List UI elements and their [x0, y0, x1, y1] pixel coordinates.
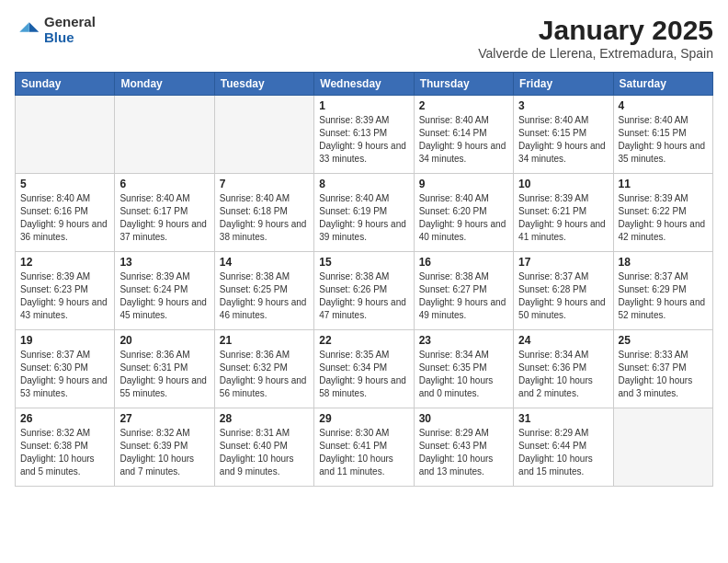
day-number: 6 [119, 178, 209, 190]
logo-text: General Blue [44, 15, 96, 45]
cell-info: Sunrise: 8:36 AMSunset: 6:32 PMDaylight:… [220, 349, 309, 400]
calendar-header-row: SundayMondayTuesdayWednesdayThursdayFrid… [16, 73, 713, 96]
cell-info: Sunrise: 8:39 AMSunset: 6:21 PMDaylight:… [518, 192, 608, 244]
calendar-cell [16, 96, 115, 174]
calendar-cell [214, 96, 313, 174]
day-number: 7 [220, 178, 309, 190]
calendar-cell [115, 96, 214, 174]
day-number: 29 [319, 412, 408, 425]
day-number: 26 [20, 412, 109, 425]
cell-info: Sunrise: 8:40 AMSunset: 6:15 PMDaylight:… [518, 114, 608, 166]
calendar-cell: 28Sunrise: 8:31 AMSunset: 6:40 PMDayligh… [214, 408, 313, 487]
svg-marker-0 [29, 22, 40, 32]
day-number: 9 [419, 178, 508, 190]
cell-info: Sunrise: 8:40 AMSunset: 6:17 PMDaylight:… [119, 192, 209, 244]
column-header-tuesday: Tuesday [214, 73, 313, 96]
day-number: 18 [619, 256, 708, 269]
cell-info: Sunrise: 8:37 AMSunset: 6:28 PMDaylight:… [518, 270, 608, 322]
day-number: 13 [119, 256, 209, 269]
column-header-wednesday: Wednesday [314, 73, 414, 96]
logo: General Blue [15, 15, 96, 45]
column-header-monday: Monday [115, 73, 214, 96]
calendar-cell: 12Sunrise: 8:39 AMSunset: 6:23 PMDayligh… [16, 252, 115, 330]
cell-info: Sunrise: 8:40 AMSunset: 6:15 PMDaylight:… [619, 114, 708, 166]
calendar-cell: 22Sunrise: 8:35 AMSunset: 6:34 PMDayligh… [314, 330, 414, 408]
calendar-week-row: 5Sunrise: 8:40 AMSunset: 6:16 PMDaylight… [16, 174, 713, 252]
day-number: 3 [518, 99, 608, 112]
column-header-sunday: Sunday [16, 73, 115, 96]
logo-icon [15, 17, 40, 43]
calendar-cell: 10Sunrise: 8:39 AMSunset: 6:21 PMDayligh… [514, 174, 613, 252]
calendar-cell: 31Sunrise: 8:29 AMSunset: 6:44 PMDayligh… [514, 408, 613, 487]
calendar-cell: 3Sunrise: 8:40 AMSunset: 6:15 PMDaylight… [514, 96, 613, 174]
calendar-table: SundayMondayTuesdayWednesdayThursdayFrid… [15, 72, 713, 487]
page-header: General Blue January 2025 Valverde de Ll… [15, 15, 713, 61]
day-number: 19 [20, 334, 109, 347]
cell-info: Sunrise: 8:35 AMSunset: 6:34 PMDaylight:… [319, 349, 408, 400]
day-number: 17 [518, 256, 608, 269]
day-number: 27 [119, 412, 209, 425]
day-number: 31 [518, 412, 608, 425]
cell-info: Sunrise: 8:36 AMSunset: 6:31 PMDaylight:… [119, 349, 209, 400]
svg-marker-1 [19, 22, 29, 32]
calendar-cell: 24Sunrise: 8:34 AMSunset: 6:36 PMDayligh… [514, 330, 613, 408]
cell-info: Sunrise: 8:29 AMSunset: 6:43 PMDaylight:… [419, 427, 508, 478]
cell-info: Sunrise: 8:40 AMSunset: 6:18 PMDaylight:… [220, 192, 309, 244]
cell-info: Sunrise: 8:33 AMSunset: 6:37 PMDaylight:… [619, 349, 708, 400]
cell-info: Sunrise: 8:30 AMSunset: 6:41 PMDaylight:… [319, 427, 408, 478]
calendar-cell: 20Sunrise: 8:36 AMSunset: 6:31 PMDayligh… [115, 330, 214, 408]
calendar-cell: 26Sunrise: 8:32 AMSunset: 6:38 PMDayligh… [16, 408, 115, 487]
cell-info: Sunrise: 8:40 AMSunset: 6:16 PMDaylight:… [20, 192, 109, 244]
calendar-week-row: 19Sunrise: 8:37 AMSunset: 6:30 PMDayligh… [16, 330, 713, 408]
cell-info: Sunrise: 8:38 AMSunset: 6:26 PMDaylight:… [319, 270, 408, 322]
day-number: 20 [119, 334, 209, 347]
day-number: 15 [319, 256, 408, 269]
cell-info: Sunrise: 8:38 AMSunset: 6:27 PMDaylight:… [419, 270, 508, 322]
calendar-cell: 8Sunrise: 8:40 AMSunset: 6:19 PMDaylight… [314, 174, 414, 252]
cell-info: Sunrise: 8:37 AMSunset: 6:29 PMDaylight:… [619, 270, 708, 322]
day-number: 21 [220, 334, 309, 347]
cell-info: Sunrise: 8:31 AMSunset: 6:40 PMDaylight:… [220, 427, 309, 478]
cell-info: Sunrise: 8:34 AMSunset: 6:36 PMDaylight:… [518, 349, 608, 400]
cell-info: Sunrise: 8:37 AMSunset: 6:30 PMDaylight:… [20, 349, 109, 400]
calendar-cell: 15Sunrise: 8:38 AMSunset: 6:26 PMDayligh… [314, 252, 414, 330]
column-header-thursday: Thursday [414, 73, 513, 96]
calendar-cell: 16Sunrise: 8:38 AMSunset: 6:27 PMDayligh… [414, 252, 513, 330]
calendar-cell: 7Sunrise: 8:40 AMSunset: 6:18 PMDaylight… [214, 174, 313, 252]
day-number: 14 [220, 256, 309, 269]
calendar-cell: 5Sunrise: 8:40 AMSunset: 6:16 PMDaylight… [16, 174, 115, 252]
day-number: 2 [419, 99, 508, 112]
calendar-cell: 27Sunrise: 8:32 AMSunset: 6:39 PMDayligh… [115, 408, 214, 487]
day-number: 30 [419, 412, 508, 425]
cell-info: Sunrise: 8:34 AMSunset: 6:35 PMDaylight:… [419, 349, 508, 400]
day-number: 11 [619, 178, 708, 190]
day-number: 25 [619, 334, 708, 347]
cell-info: Sunrise: 8:32 AMSunset: 6:38 PMDaylight:… [20, 427, 109, 478]
calendar-cell: 11Sunrise: 8:39 AMSunset: 6:22 PMDayligh… [613, 174, 712, 252]
calendar-cell: 17Sunrise: 8:37 AMSunset: 6:28 PMDayligh… [514, 252, 613, 330]
day-number: 16 [419, 256, 508, 269]
calendar-cell: 25Sunrise: 8:33 AMSunset: 6:37 PMDayligh… [613, 330, 712, 408]
location-title: Valverde de Llerena, Extremadura, Spain [478, 46, 713, 61]
calendar-cell: 30Sunrise: 8:29 AMSunset: 6:43 PMDayligh… [414, 408, 513, 487]
day-number: 22 [319, 334, 408, 347]
cell-info: Sunrise: 8:32 AMSunset: 6:39 PMDaylight:… [119, 427, 209, 478]
calendar-cell: 13Sunrise: 8:39 AMSunset: 6:24 PMDayligh… [115, 252, 214, 330]
calendar-cell [613, 408, 712, 487]
cell-info: Sunrise: 8:39 AMSunset: 6:13 PMDaylight:… [319, 114, 408, 166]
calendar-cell: 18Sunrise: 8:37 AMSunset: 6:29 PMDayligh… [613, 252, 712, 330]
cell-info: Sunrise: 8:40 AMSunset: 6:14 PMDaylight:… [419, 114, 508, 166]
cell-info: Sunrise: 8:39 AMSunset: 6:22 PMDaylight:… [619, 192, 708, 244]
calendar-cell: 4Sunrise: 8:40 AMSunset: 6:15 PMDaylight… [613, 96, 712, 174]
title-block: January 2025 Valverde de Llerena, Extrem… [478, 15, 713, 61]
cell-info: Sunrise: 8:40 AMSunset: 6:20 PMDaylight:… [419, 192, 508, 244]
calendar-cell: 2Sunrise: 8:40 AMSunset: 6:14 PMDaylight… [414, 96, 513, 174]
day-number: 8 [319, 178, 408, 190]
calendar-week-row: 12Sunrise: 8:39 AMSunset: 6:23 PMDayligh… [16, 252, 713, 330]
calendar-cell: 21Sunrise: 8:36 AMSunset: 6:32 PMDayligh… [214, 330, 313, 408]
day-number: 4 [619, 99, 708, 112]
cell-info: Sunrise: 8:40 AMSunset: 6:19 PMDaylight:… [319, 192, 408, 244]
day-number: 23 [419, 334, 508, 347]
calendar-cell: 9Sunrise: 8:40 AMSunset: 6:20 PMDaylight… [414, 174, 513, 252]
column-header-friday: Friday [514, 73, 613, 96]
